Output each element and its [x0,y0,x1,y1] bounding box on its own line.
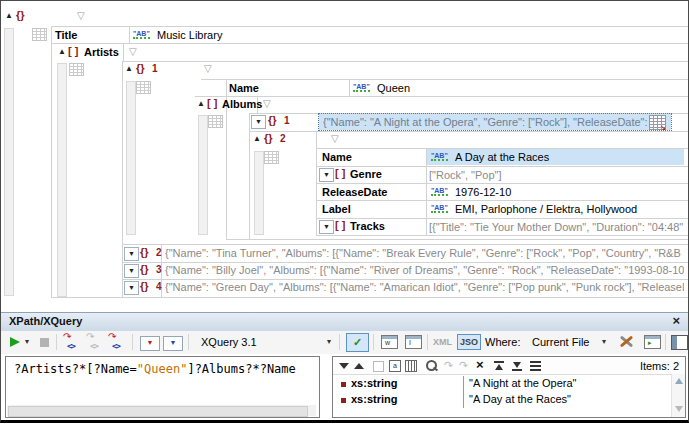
query-expression[interactable]: ?Artists?*[?Name="Queen"]?Albums?*?Name [14,362,296,376]
object-icon[interactable]: {} [140,280,149,292]
expand-button[interactable]: ▼ [124,247,139,261]
selected-json-cell[interactable]: {"Name": "A Night at the Opera", "Genre"… [319,114,671,130]
horizontal-scrollbar[interactable] [7,405,316,416]
object-icon[interactable]: {} [140,263,149,275]
table-view-icon[interactable] [136,81,151,94]
member-key-name[interactable]: Name [229,82,259,94]
evaluate-on-edit-icon[interactable]: ↷<> [63,335,81,351]
filter-icon[interactable]: ▽ [77,11,85,21]
object-icon[interactable]: {} [140,246,149,258]
json-preview[interactable]: {"Name": "Green Day", "Albums": [{"Name"… [165,281,684,293]
collapse-button[interactable]: ▲ [253,135,261,143]
result-type[interactable]: xs:string [351,393,397,405]
json-preview[interactable]: {"Name": "Tina Turner", "Albums": [{"Nam… [165,247,684,259]
array-index[interactable]: 1 [284,115,290,126]
goto-definition-icon[interactable]: ↷ [459,360,468,371]
member-key-releasedate[interactable]: ReleaseDate [322,186,387,198]
copy-icon[interactable] [373,361,384,372]
object-icon[interactable]: {} [136,62,145,74]
filter-icon[interactable]: ▽ [204,64,212,74]
query-string-literal[interactable]: "Queen" [137,362,188,376]
expand-button[interactable]: ▼ [124,264,139,278]
array-icon[interactable]: [ ] [68,45,78,57]
collapse-button[interactable]: ▲ [5,12,13,20]
filter-icon[interactable]: ▽ [331,134,339,144]
run-in-window-icon[interactable]: ▸ [644,335,661,349]
language-selector[interactable]: XQuery 3.1 [201,336,257,348]
xml-toggle[interactable]: XML [433,337,452,347]
member-value-name[interactable]: Queen [377,82,410,94]
table-view-icon[interactable] [208,115,223,128]
member-value-label[interactable]: EMI, Parlophone / Elektra, Hollywood [455,203,637,215]
array-index[interactable]: 3 [156,264,162,275]
object-icon[interactable]: {} [264,132,273,144]
clear-results-icon[interactable]: × [476,359,484,371]
member-key-title[interactable]: Title [55,29,77,41]
member-value-releasedate[interactable]: 1976-12-10 [455,186,511,198]
scroll-to-top-icon[interactable] [494,361,504,371]
stop-button[interactable] [40,338,49,347]
layout-toggle-icon[interactable] [671,335,688,350]
previous-result-icon[interactable] [354,363,364,369]
array-index[interactable]: 2 [280,133,286,144]
array-icon[interactable]: [ ] [335,219,345,231]
language-dropdown-icon[interactable]: ▾ [327,337,331,346]
array-icon[interactable]: [ ] [207,97,217,109]
vertical-scrollbar[interactable] [671,374,685,417]
member-value-title[interactable]: Music Library [157,29,222,41]
editing-mode-icon[interactable]: I [405,335,422,349]
columns-icon[interactable] [405,360,417,372]
member-key-tracks[interactable]: Tracks [350,220,385,232]
result-value[interactable]: "A Night at the Opera" [469,377,576,389]
scroll-to-bottom-icon[interactable] [512,361,522,371]
member-key-name[interactable]: Name [322,151,352,163]
json-preview[interactable]: ["Rock", "Pop"] [429,169,684,181]
array-index[interactable]: 4 [156,281,162,292]
copy-all-icon[interactable]: a [389,360,401,372]
scroll-up-icon[interactable] [675,378,683,384]
result-value[interactable]: "A Day at the Races" [469,393,571,405]
scope-dropdown-icon[interactable]: ▾ [602,337,606,346]
evaluate-forward-icon[interactable]: ↷<> [108,335,126,351]
member-key-artists[interactable]: Artists [84,46,119,58]
object-icon[interactable]: {} [268,114,277,126]
member-key-genre[interactable]: Genre [350,168,382,180]
query-editor[interactable]: ?Artists?*[?Name="Queen"]?Albums?*?Name [5,356,320,418]
collapse-button[interactable]: ▲ [58,48,66,56]
goto-source-icon[interactable]: ↷ [444,360,453,371]
scope-selector[interactable]: Current File [532,336,589,348]
json-toggle[interactable]: JSO [457,334,481,350]
collapse-button[interactable]: ▲ [125,65,133,73]
filter-icon[interactable]: ▽ [263,99,271,109]
expand-as-grid-icon[interactable]: ↘ [649,115,666,130]
expand-button[interactable]: ▼ [251,115,266,129]
member-key-label[interactable]: Label [322,203,351,215]
scrollbar-thumb[interactable] [8,406,308,417]
close-icon[interactable]: × [672,313,680,328]
next-result-icon[interactable] [339,363,349,369]
result-type[interactable]: xs:string [351,377,397,389]
expand-button[interactable]: ▼ [124,281,139,295]
validate-button[interactable]: ✓ [346,333,369,352]
run-options-dropdown-icon[interactable]: ▾ [25,337,29,346]
evaluate-back-icon[interactable]: ↷<> [86,335,104,351]
expression-builder-alt-icon[interactable]: ▼ [163,336,183,351]
run-query-button[interactable] [10,337,20,347]
expand-button[interactable]: ▼ [319,168,334,182]
search-icon[interactable] [426,360,437,371]
array-icon[interactable]: [ ] [335,167,345,179]
member-key-albums[interactable]: Albums [222,98,262,110]
expression-builder-icon[interactable]: ▼ [140,336,160,351]
table-view-icon[interactable] [69,63,84,76]
collapse-button[interactable]: ▲ [197,100,205,108]
array-index[interactable]: 1 [152,63,158,74]
table-view-icon[interactable] [264,151,279,164]
wrap-lines-icon[interactable] [530,361,541,371]
object-icon[interactable]: {} [16,9,25,21]
table-view-icon[interactable] [32,28,47,41]
scroll-down-icon[interactable] [675,406,683,412]
json-preview[interactable]: {"Name": "Billy Joel", "Albums": [{"Name… [165,264,684,276]
dialog-mode-icon[interactable]: w [381,335,398,349]
member-value-name[interactable]: A Day at the Races [455,151,549,163]
array-index[interactable]: 2 [156,247,162,258]
